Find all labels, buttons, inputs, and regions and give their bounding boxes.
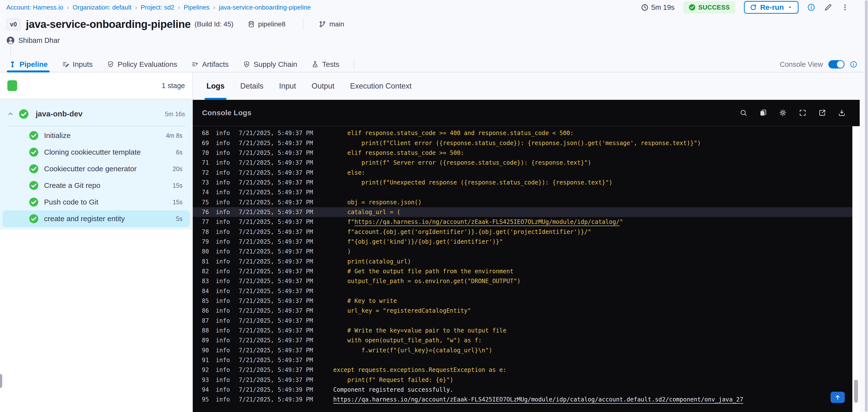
log-rows: 68info7/21/2025, 5:49:37 PM elif respons… [193, 128, 860, 405]
console: Console Logs [193, 100, 860, 412]
step-row[interactable]: Cloning cookiecutter template 6s [2, 144, 190, 160]
page-scrollbar-thumb[interactable] [865, 0, 868, 412]
log-row: 72info7/21/2025, 5:49:37 PM else: [193, 167, 860, 178]
log-message: url_key = "registeredCatalogEntity" [333, 307, 471, 314]
fullscreen-icon[interactable] [799, 108, 807, 117]
kebab-menu-icon[interactable] [841, 3, 849, 11]
user-name: Shibam Dhar [18, 36, 60, 44]
clock-icon [641, 4, 649, 11]
breadcrumb-link[interactable]: java-service-onboarding-pipeline [219, 4, 311, 11]
step-name: create and register entity [44, 215, 125, 223]
step-row[interactable]: Create a Git repo 15s [2, 177, 190, 194]
pipeline-title-section: v0 java-service-onboarding-pipeline (Bui… [0, 15, 868, 57]
info-icon[interactable] [807, 3, 815, 11]
stage-row-java-onb-dev[interactable]: java-onb-dev 5m 16s [0, 103, 192, 125]
chevron-up-icon[interactable] [7, 111, 14, 117]
breadcrumb-separator: › [213, 4, 215, 11]
version-badge: v0 [6, 18, 21, 30]
tab-input[interactable]: Input [279, 72, 296, 100]
step-row[interactable]: Push code to Git 15s [2, 194, 190, 211]
edit-pencil-icon[interactable] [824, 3, 832, 11]
console-view-toggle[interactable] [828, 60, 844, 68]
scroll-to-top-button[interactable] [831, 392, 845, 403]
stages-sidebar: 1 stage java-onb-dev 5m 16s Initialize 4… [0, 72, 193, 412]
log-link[interactable]: https://qa.harness.io/ng/account/zEaak-F… [333, 396, 743, 403]
success-check-icon [29, 214, 39, 224]
log-row: 89info7/21/2025, 5:49:37 PM with open(ou… [193, 336, 860, 345]
step-detail-tabs: Logs Details Input Output Execution Cont… [193, 72, 860, 100]
tab-label: Artifacts [202, 60, 228, 68]
stage-count: 1 stage [162, 82, 185, 90]
stage-status-square[interactable] [7, 80, 17, 91]
status-badge: SUCCESS [683, 1, 735, 13]
breadcrumb-link[interactable]: Organization: default [73, 4, 131, 11]
tab-tests[interactable]: Tests [311, 57, 339, 72]
status-label: SUCCESS [698, 4, 730, 11]
artifacts-icon [191, 61, 199, 68]
step-duration: 4m 8s [166, 132, 183, 139]
console-log-body[interactable]: 68info7/21/2025, 5:49:37 PM elif respons… [193, 126, 860, 412]
tab-execution-context[interactable]: Execution Context [350, 72, 412, 100]
log-message: obj = response.json() [333, 199, 422, 206]
log-message: print(f"Client error ({response.status_c… [333, 140, 701, 147]
tab-logs[interactable]: Logs [207, 72, 225, 100]
tab-label: Inputs [73, 60, 93, 68]
log-row: 70info7/21/2025, 5:49:37 PM elif respons… [193, 148, 860, 158]
tab-supply-chain[interactable]: Supply Chain [243, 57, 297, 72]
log-row: 86info7/21/2025, 5:49:37 PM url_key = "r… [193, 306, 860, 316]
settings-gear-icon[interactable] [778, 108, 787, 117]
success-check-icon [29, 147, 39, 157]
step-duration: 15s [173, 182, 183, 189]
step-row[interactable]: Cookiecutter code generator 20s [2, 160, 190, 177]
divider [7, 126, 185, 126]
tab-policy-evaluations[interactable]: Policy Evaluations [107, 57, 177, 72]
tab-details[interactable]: Details [240, 72, 264, 100]
breadcrumb-link[interactable]: Project: sd2 [141, 4, 174, 11]
log-row: 85info7/21/2025, 5:49:37 PM # Key to wri… [193, 296, 860, 306]
rerun-button[interactable]: Re-run [744, 1, 799, 14]
open-external-icon[interactable] [818, 108, 827, 117]
toggle-knob [837, 61, 844, 68]
tab-output[interactable]: Output [312, 72, 335, 100]
chevron-down-icon [787, 4, 793, 10]
inputs-icon [62, 61, 69, 68]
console-view-info-icon[interactable] [850, 61, 857, 68]
log-row: 90info7/21/2025, 5:49:37 PM f.write(f"{u… [193, 345, 860, 355]
step-name: Cookiecutter code generator [44, 165, 137, 173]
tab-label: Tests [322, 60, 339, 68]
step-row[interactable]: Initialize 4m 8s [2, 127, 190, 144]
tab-artifacts[interactable]: Artifacts [191, 57, 228, 72]
console-scrollbar-thumb[interactable] [854, 380, 858, 403]
branch-name: main [329, 20, 344, 28]
panel-resize-handle[interactable] [0, 374, 2, 388]
log-row: 68info7/21/2025, 5:49:37 PM elif respons… [193, 128, 860, 138]
success-check-icon [19, 109, 29, 119]
stage-header: 1 stage [0, 72, 192, 99]
log-message: print(f"Unexpected response ({response.s… [333, 179, 613, 186]
git-branch-icon [319, 21, 326, 28]
execution-duration: 5m 19s [641, 3, 675, 11]
log-message: print(catalog_url) [333, 258, 411, 265]
breadcrumb-link[interactable]: Account: Harness.io [6, 4, 63, 11]
step-duration: 5s [176, 215, 183, 222]
log-message: Component registered successfully. [333, 386, 453, 393]
log-message: f.write(f"{url_key}={catalog_url}\n") [333, 347, 492, 354]
download-icon[interactable] [838, 108, 846, 117]
search-icon[interactable] [739, 108, 748, 117]
tab-inputs[interactable]: Inputs [62, 57, 93, 72]
duration-value: 5m 19s [651, 3, 675, 11]
success-check-icon [29, 197, 39, 207]
divider [353, 59, 354, 69]
log-link[interactable]: https://qa.harness.io/ng/account/zEaak-F… [354, 219, 620, 225]
page-scrollbar[interactable] [865, 0, 868, 412]
breadcrumb-separator: › [67, 4, 69, 11]
branch-chip[interactable]: main [319, 20, 344, 28]
repo-chip[interactable]: pipeline8 [248, 20, 285, 28]
step-row[interactable]: create and register entity 5s [2, 211, 190, 227]
build-id: (Build Id: 45) [194, 20, 234, 28]
breadcrumb-separator: › [178, 4, 180, 11]
breadcrumb-link[interactable]: Pipelines [184, 4, 210, 11]
copy-icon[interactable] [759, 108, 767, 117]
tab-pipeline[interactable]: Pipeline [9, 57, 48, 72]
console-scrollbar[interactable] [852, 126, 860, 412]
